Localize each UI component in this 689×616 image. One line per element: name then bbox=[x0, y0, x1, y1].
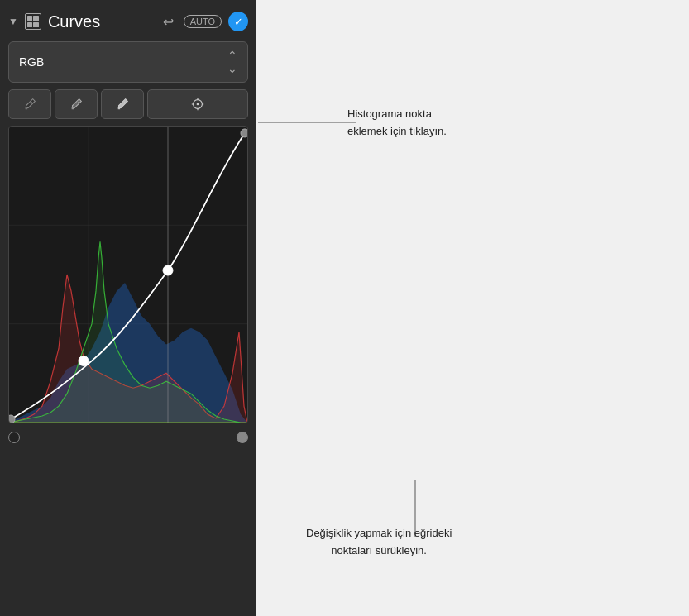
svg-point-18 bbox=[163, 265, 173, 275]
channel-selector[interactable]: RGB ⌃⌄ bbox=[8, 41, 248, 83]
chevron-icon: ⌃⌄ bbox=[227, 49, 237, 75]
eyedropper-gray-button[interactable] bbox=[55, 89, 98, 119]
crosshair-icon bbox=[190, 97, 205, 112]
auto-button[interactable]: AUTO bbox=[184, 15, 222, 28]
level-sliders bbox=[8, 430, 248, 445]
svg-rect-0 bbox=[26, 107, 27, 109]
collapse-arrow-icon[interactable]: ▼ bbox=[8, 16, 18, 27]
top-annotation-text: Histograma nokta eklemek için tıklayın. bbox=[347, 106, 447, 141]
eyedropper-gray-icon bbox=[69, 97, 84, 112]
histogram-chart[interactable] bbox=[8, 126, 248, 423]
svg-point-19 bbox=[9, 415, 15, 423]
curves-panel: ▼ Curves ↩ AUTO ✓ RGB ⌃⌄ bbox=[0, 0, 256, 616]
panel-title: Curves bbox=[48, 12, 153, 31]
svg-point-17 bbox=[79, 356, 89, 365]
histogram-svg bbox=[9, 127, 247, 423]
white-point-slider[interactable] bbox=[237, 432, 248, 443]
svg-rect-2 bbox=[72, 107, 74, 109]
eyedropper-black-icon bbox=[22, 97, 37, 112]
bottom-annotation: Değişiklik yapmak için eğrideki noktalar… bbox=[306, 525, 452, 560]
eyedropper-white-icon bbox=[115, 97, 130, 112]
undo-button[interactable]: ↩ bbox=[160, 12, 177, 31]
svg-point-20 bbox=[241, 129, 247, 137]
eyedropper-white-button[interactable] bbox=[101, 89, 144, 119]
tools-row bbox=[8, 89, 248, 119]
channel-label: RGB bbox=[19, 55, 44, 69]
bottom-annotation-text: Değişiklik yapmak için eğrideki noktalar… bbox=[306, 525, 452, 560]
top-annotation: Histograma nokta eklemek için tıklayın. bbox=[347, 106, 447, 141]
svg-rect-4 bbox=[118, 107, 120, 109]
svg-point-11 bbox=[197, 103, 199, 106]
add-point-button[interactable] bbox=[147, 89, 248, 119]
annotation-lines-svg bbox=[256, 0, 689, 616]
black-point-slider[interactable] bbox=[8, 432, 20, 443]
confirm-button[interactable]: ✓ bbox=[228, 12, 248, 31]
grid-icon bbox=[25, 13, 41, 30]
annotation-area: Histograma nokta eklemek için tıklayın. … bbox=[256, 0, 689, 616]
eyedropper-black-button[interactable] bbox=[8, 89, 51, 119]
panel-header: ▼ Curves ↩ AUTO ✓ bbox=[8, 8, 248, 35]
